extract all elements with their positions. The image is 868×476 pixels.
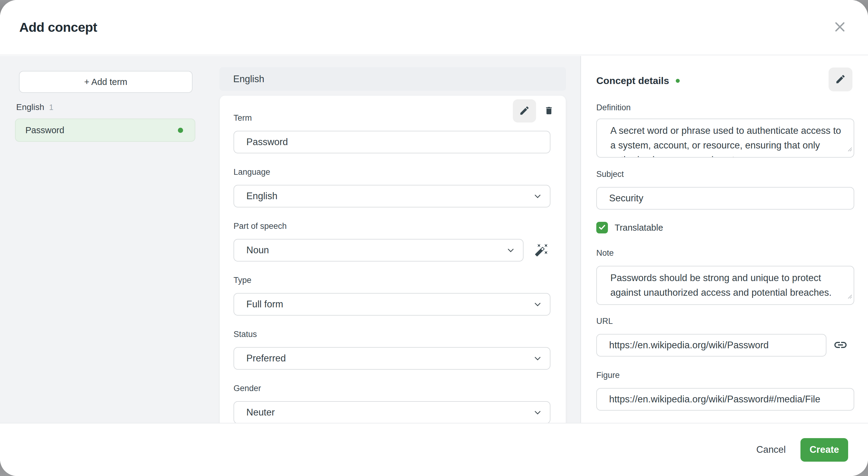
sidebar-item-password[interactable]: Password [15,119,195,142]
chevron-down-icon [533,353,542,366]
note-label: Note [596,248,854,258]
close-button[interactable] [831,18,849,37]
resize-handle-icon[interactable] [847,141,852,156]
part-of-speech-label: Part of speech [234,222,551,231]
subject-field-group: Subject Security [596,169,854,210]
part-of-speech-row: Noun [234,239,551,261]
edit-term-button[interactable] [513,99,536,123]
terms-sidebar: + Add term English1 Password [0,56,219,423]
trash-icon [544,106,554,117]
language-group-count: 1 [49,103,54,112]
chevron-down-icon [533,191,542,203]
close-icon [833,20,847,34]
language-select[interactable]: English [234,185,551,208]
language-field-label: Language [234,167,551,177]
part-of-speech-value: Noun [246,245,269,256]
term-pill-label: Password [25,125,64,135]
concept-status-dot [676,79,680,83]
term-card: Term Password Language English Part of s… [219,95,566,423]
type-field-group: Type Full form [234,276,551,316]
subject-label: Subject [596,169,854,179]
pencil-icon [519,105,530,117]
pencil-icon [835,74,846,86]
open-link-button[interactable] [831,336,850,354]
gender-select[interactable]: Neuter [234,401,551,423]
magic-wand-icon [534,243,549,258]
language-select-value: English [246,191,278,202]
url-row: https://en.wikipedia.org/wiki/Password [596,334,854,356]
definition-label: Definition [596,103,854,112]
note-textarea[interactable]: Passwords should be strong and unique to… [596,266,854,305]
add-term-button[interactable]: + Add term [19,71,192,93]
edit-concept-button[interactable] [829,67,852,91]
term-editor-column: English [219,56,581,423]
translatable-row: Translatable [596,222,854,233]
status-select-value: Preferred [246,353,286,364]
status-field-group: Status Preferred [234,330,551,370]
definition-field-group: Definition A secret word or phrase used … [596,103,854,158]
figure-input[interactable]: https://en.wikipedia.org/wiki/Password#/… [596,388,854,411]
status-select[interactable]: Preferred [234,347,551,370]
definition-text: A secret word or phrase used to authenti… [610,125,841,158]
gender-select-value: Neuter [246,407,275,418]
chevron-down-icon [533,299,542,312]
type-select-value: Full form [246,299,283,310]
chevron-down-icon [533,408,542,420]
cancel-button[interactable]: Cancel [756,444,786,455]
subject-input[interactable]: Security [596,187,854,210]
definition-textarea[interactable]: A secret word or phrase used to authenti… [596,119,854,158]
backdrop: Add concept + Add term English1 Password [0,0,868,476]
note-text: Passwords should be strong and unique to… [610,273,832,298]
term-field-group: Term Password [234,113,551,153]
concept-details-heading: Concept details [596,75,669,87]
create-button[interactable]: Create [801,438,848,462]
dialog-footer: Cancel Create [0,423,868,476]
term-language-header: English [219,67,566,91]
dialog-header: Add concept [0,0,868,55]
term-status-dot [178,128,183,133]
url-field-group: URL https://en.wikipedia.org/wiki/Passwo… [596,317,854,356]
dialog-title: Add concept [19,20,97,35]
term-field-label: Term [234,113,551,123]
term-card-actions [513,99,557,123]
auto-detect-button[interactable] [533,241,551,260]
term-input[interactable]: Password [234,131,551,153]
gender-field-label: Gender [234,384,551,393]
type-field-label: Type [234,276,551,285]
chevron-down-icon [506,245,516,258]
part-of-speech-field-group: Part of speech Noun [234,222,551,261]
figure-field-group: Figure https://en.wikipedia.org/wiki/Pas… [596,371,854,411]
concept-details-panel: Concept details Definition A secret word… [581,56,868,423]
link-icon [833,338,848,353]
note-field-group: Note Passwords should be strong and uniq… [596,248,854,305]
language-group-name: English [16,102,44,112]
dialog-body: + Add term English1 Password English [0,56,868,423]
check-icon [598,223,606,232]
status-field-label: Status [234,330,551,339]
resize-handle-icon[interactable] [847,288,852,303]
url-label: URL [596,317,854,326]
part-of-speech-select[interactable]: Noun [234,239,524,261]
url-input[interactable]: https://en.wikipedia.org/wiki/Password [596,334,827,356]
concept-details-heading-row: Concept details [596,75,854,87]
delete-term-button[interactable] [540,99,557,123]
gender-field-group: Gender Neuter [234,384,551,423]
translatable-checkbox[interactable] [596,222,608,233]
language-group-label: English1 [16,102,54,112]
figure-label: Figure [596,371,854,380]
translatable-label: Translatable [615,223,663,233]
language-field-group: Language English [234,167,551,208]
add-concept-dialog: Add concept + Add term English1 Password [0,0,868,476]
type-select[interactable]: Full form [234,293,551,316]
